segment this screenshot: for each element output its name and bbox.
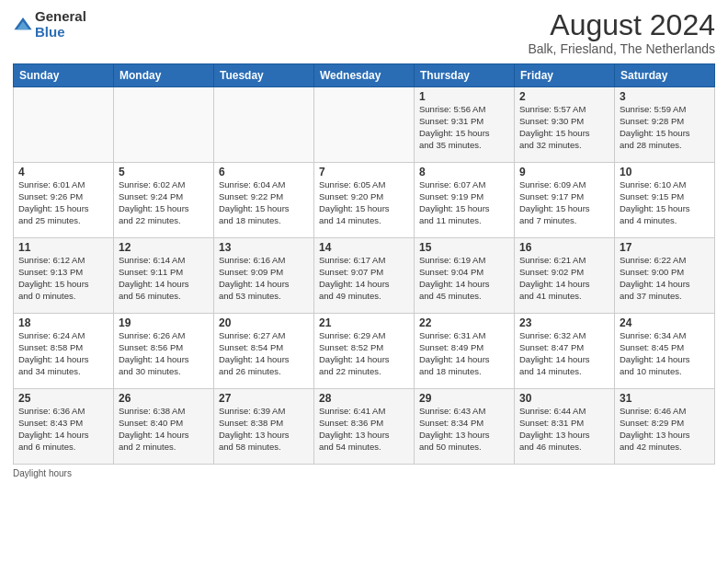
page: General Blue August 2024 Balk, Friesland… bbox=[0, 0, 728, 563]
day-detail: Sunrise: 6:24 AM Sunset: 8:58 PM Dayligh… bbox=[18, 330, 108, 377]
table-row: 24Sunrise: 6:34 AM Sunset: 8:45 PM Dayli… bbox=[615, 314, 715, 389]
col-sunday: Sunday bbox=[14, 64, 114, 87]
logo-blue: Blue bbox=[35, 24, 65, 40]
day-number: 8 bbox=[419, 166, 509, 178]
week-row-3: 11Sunrise: 6:12 AM Sunset: 9:13 PM Dayli… bbox=[14, 238, 715, 314]
table-row: 29Sunrise: 6:43 AM Sunset: 8:34 PM Dayli… bbox=[415, 389, 515, 465]
day-number: 11 bbox=[18, 241, 108, 254]
day-detail: Sunrise: 6:19 AM Sunset: 9:04 PM Dayligh… bbox=[419, 255, 509, 302]
table-row: 18Sunrise: 6:24 AM Sunset: 8:58 PM Dayli… bbox=[14, 314, 114, 389]
logo: General Blue bbox=[13, 9, 86, 40]
day-detail: Sunrise: 6:21 AM Sunset: 9:02 PM Dayligh… bbox=[519, 255, 609, 302]
day-detail: Sunrise: 6:05 AM Sunset: 9:20 PM Dayligh… bbox=[319, 179, 409, 226]
week-row-1: 1Sunrise: 5:56 AM Sunset: 9:31 PM Daylig… bbox=[14, 87, 715, 163]
day-number: 29 bbox=[419, 392, 509, 405]
table-row bbox=[314, 87, 415, 163]
day-number: 9 bbox=[519, 166, 609, 178]
day-number: 5 bbox=[119, 166, 209, 178]
day-detail: Sunrise: 6:46 AM Sunset: 8:29 PM Dayligh… bbox=[620, 406, 710, 453]
table-row: 20Sunrise: 6:27 AM Sunset: 8:54 PM Dayli… bbox=[214, 314, 314, 389]
table-row: 22Sunrise: 6:31 AM Sunset: 8:49 PM Dayli… bbox=[415, 314, 515, 389]
table-row: 31Sunrise: 6:46 AM Sunset: 8:29 PM Dayli… bbox=[615, 389, 715, 465]
day-detail: Sunrise: 6:43 AM Sunset: 8:34 PM Dayligh… bbox=[419, 406, 509, 453]
calendar-table: Sunday Monday Tuesday Wednesday Thursday… bbox=[13, 63, 715, 465]
day-number: 25 bbox=[18, 392, 108, 405]
table-row: 23Sunrise: 6:32 AM Sunset: 8:47 PM Dayli… bbox=[515, 314, 615, 389]
table-row: 6Sunrise: 6:04 AM Sunset: 9:22 PM Daylig… bbox=[214, 163, 314, 238]
table-row: 30Sunrise: 6:44 AM Sunset: 8:31 PM Dayli… bbox=[515, 389, 615, 465]
day-detail: Sunrise: 6:04 AM Sunset: 9:22 PM Dayligh… bbox=[219, 179, 309, 226]
day-number: 3 bbox=[620, 90, 710, 103]
day-number: 10 bbox=[620, 166, 710, 178]
table-row: 17Sunrise: 6:22 AM Sunset: 9:00 PM Dayli… bbox=[615, 238, 715, 314]
day-detail: Sunrise: 6:12 AM Sunset: 9:13 PM Dayligh… bbox=[18, 255, 108, 302]
day-detail: Sunrise: 6:38 AM Sunset: 8:40 PM Dayligh… bbox=[119, 406, 209, 453]
day-number: 12 bbox=[119, 241, 209, 254]
header: General Blue August 2024 Balk, Friesland… bbox=[13, 9, 715, 56]
table-row: 5Sunrise: 6:02 AM Sunset: 9:24 PM Daylig… bbox=[114, 163, 214, 238]
day-detail: Sunrise: 6:39 AM Sunset: 8:38 PM Dayligh… bbox=[219, 406, 309, 453]
logo-general: General bbox=[35, 8, 86, 24]
col-monday: Monday bbox=[114, 64, 214, 87]
table-row: 27Sunrise: 6:39 AM Sunset: 8:38 PM Dayli… bbox=[214, 389, 314, 465]
month-title: August 2024 bbox=[528, 9, 715, 41]
day-detail: Sunrise: 6:36 AM Sunset: 8:43 PM Dayligh… bbox=[18, 406, 108, 453]
table-row: 19Sunrise: 6:26 AM Sunset: 8:56 PM Dayli… bbox=[114, 314, 214, 389]
day-detail: Sunrise: 6:17 AM Sunset: 9:07 PM Dayligh… bbox=[319, 255, 409, 302]
day-detail: Sunrise: 6:02 AM Sunset: 9:24 PM Dayligh… bbox=[119, 179, 209, 226]
table-row: 1Sunrise: 5:56 AM Sunset: 9:31 PM Daylig… bbox=[415, 87, 515, 163]
day-number: 21 bbox=[319, 316, 409, 329]
day-detail: Sunrise: 6:31 AM Sunset: 8:49 PM Dayligh… bbox=[419, 330, 509, 377]
table-row: 28Sunrise: 6:41 AM Sunset: 8:36 PM Dayli… bbox=[314, 389, 415, 465]
daylight-label: Daylight hours bbox=[13, 468, 72, 478]
day-number: 4 bbox=[18, 166, 108, 178]
footer-note: Daylight hours bbox=[13, 468, 715, 478]
day-number: 6 bbox=[219, 166, 309, 178]
day-detail: Sunrise: 6:41 AM Sunset: 8:36 PM Dayligh… bbox=[319, 406, 409, 453]
logo-text: General Blue bbox=[35, 9, 86, 40]
day-number: 1 bbox=[419, 90, 509, 103]
col-thursday: Thursday bbox=[415, 64, 515, 87]
day-detail: Sunrise: 6:16 AM Sunset: 9:09 PM Dayligh… bbox=[219, 255, 309, 302]
day-detail: Sunrise: 6:07 AM Sunset: 9:19 PM Dayligh… bbox=[419, 179, 509, 226]
day-detail: Sunrise: 6:09 AM Sunset: 9:17 PM Dayligh… bbox=[519, 179, 609, 226]
table-row bbox=[14, 87, 114, 163]
day-detail: Sunrise: 6:14 AM Sunset: 9:11 PM Dayligh… bbox=[119, 255, 209, 302]
day-number: 17 bbox=[620, 241, 710, 254]
logo-icon bbox=[13, 15, 33, 35]
day-number: 30 bbox=[519, 392, 609, 405]
table-row bbox=[214, 87, 314, 163]
day-detail: Sunrise: 6:34 AM Sunset: 8:45 PM Dayligh… bbox=[620, 330, 710, 377]
day-number: 20 bbox=[219, 316, 309, 329]
location: Balk, Friesland, The Netherlands bbox=[528, 41, 715, 56]
day-number: 24 bbox=[620, 316, 710, 329]
table-row: 13Sunrise: 6:16 AM Sunset: 9:09 PM Dayli… bbox=[214, 238, 314, 314]
table-row: 10Sunrise: 6:10 AM Sunset: 9:15 PM Dayli… bbox=[615, 163, 715, 238]
day-number: 2 bbox=[519, 90, 609, 103]
table-row: 26Sunrise: 6:38 AM Sunset: 8:40 PM Dayli… bbox=[114, 389, 214, 465]
day-number: 15 bbox=[419, 241, 509, 254]
table-row: 16Sunrise: 6:21 AM Sunset: 9:02 PM Dayli… bbox=[515, 238, 615, 314]
col-saturday: Saturday bbox=[615, 64, 715, 87]
table-row: 15Sunrise: 6:19 AM Sunset: 9:04 PM Dayli… bbox=[415, 238, 515, 314]
day-detail: Sunrise: 6:44 AM Sunset: 8:31 PM Dayligh… bbox=[519, 406, 609, 453]
day-detail: Sunrise: 6:32 AM Sunset: 8:47 PM Dayligh… bbox=[519, 330, 609, 377]
day-number: 13 bbox=[219, 241, 309, 254]
day-number: 14 bbox=[319, 241, 409, 254]
table-row: 3Sunrise: 5:59 AM Sunset: 9:28 PM Daylig… bbox=[615, 87, 715, 163]
week-row-2: 4Sunrise: 6:01 AM Sunset: 9:26 PM Daylig… bbox=[14, 163, 715, 238]
col-tuesday: Tuesday bbox=[214, 64, 314, 87]
table-row: 21Sunrise: 6:29 AM Sunset: 8:52 PM Dayli… bbox=[314, 314, 415, 389]
table-row: 25Sunrise: 6:36 AM Sunset: 8:43 PM Dayli… bbox=[14, 389, 114, 465]
day-detail: Sunrise: 6:27 AM Sunset: 8:54 PM Dayligh… bbox=[219, 330, 309, 377]
day-detail: Sunrise: 6:22 AM Sunset: 9:00 PM Dayligh… bbox=[620, 255, 710, 302]
table-row: 2Sunrise: 5:57 AM Sunset: 9:30 PM Daylig… bbox=[515, 87, 615, 163]
day-number: 7 bbox=[319, 166, 409, 178]
day-number: 16 bbox=[519, 241, 609, 254]
table-row: 12Sunrise: 6:14 AM Sunset: 9:11 PM Dayli… bbox=[114, 238, 214, 314]
col-friday: Friday bbox=[515, 64, 615, 87]
day-number: 22 bbox=[419, 316, 509, 329]
table-row: 14Sunrise: 6:17 AM Sunset: 9:07 PM Dayli… bbox=[314, 238, 415, 314]
week-row-5: 25Sunrise: 6:36 AM Sunset: 8:43 PM Dayli… bbox=[14, 389, 715, 465]
table-row: 7Sunrise: 6:05 AM Sunset: 9:20 PM Daylig… bbox=[314, 163, 415, 238]
